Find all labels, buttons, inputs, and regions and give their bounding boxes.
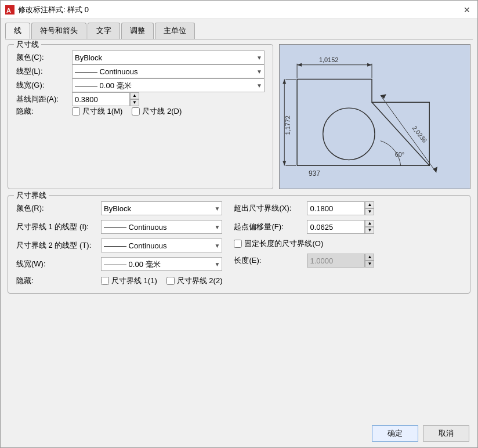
ext-hide-2-label: 尺寸界线 2(2) bbox=[177, 276, 223, 286]
ext-length-input[interactable] bbox=[307, 254, 365, 268]
ext-linetype2-select-wrapper: ——— Continuous ▼ bbox=[101, 239, 222, 252]
ext-line-content: 颜色(R): ByBlock ▼ 尺寸界线 1 的线型 (I): bbox=[16, 201, 462, 286]
ext-exceed-spinner-btns: ▲ ▼ bbox=[365, 201, 374, 215]
footer: 确定 取消 bbox=[1, 420, 477, 447]
dim-linewidth-select[interactable]: ——— 0.00 毫米 bbox=[72, 78, 265, 92]
ext-fixed-length-row: 固定长度的尺寸界线(O) bbox=[234, 239, 462, 249]
dim-hide-checkboxes: 尺寸线 1(M) 尺寸线 2(D) bbox=[72, 106, 182, 117]
ext-linewidth-row: 线宽(W): ——— 0.00 毫米 ▼ bbox=[16, 257, 222, 271]
ext-hide-checkboxes: 尺寸界线 1(1) 尺寸界线 2(2) bbox=[101, 276, 222, 286]
dim-line-section: 尺寸线 颜色(C): ByBlock ▼ 线型(L): bbox=[8, 44, 273, 189]
ext-hide-2-item: 尺寸界线 2(2) bbox=[166, 276, 223, 286]
dim-baseline-up-btn[interactable]: ▲ bbox=[130, 92, 139, 99]
ok-button[interactable]: 确定 bbox=[372, 425, 418, 442]
ext-linetype1-select-wrapper: ——— Continuous ▼ bbox=[101, 220, 222, 234]
svg-text:937: 937 bbox=[309, 169, 320, 178]
tab-text[interactable]: 文字 bbox=[88, 23, 120, 39]
ext-hide-row: 隐藏: 尺寸界线 1(1) 尺寸界线 2(2) bbox=[16, 276, 222, 286]
ext-fixed-length-checkbox[interactable] bbox=[234, 240, 242, 248]
ext-linewidth-label: 线宽(W): bbox=[16, 259, 97, 269]
ext-line-right: 超出尺寸界线(X): ▲ ▼ 起点偏移量(F): bbox=[234, 201, 462, 286]
ext-color-select-wrapper: ByBlock ▼ bbox=[101, 201, 222, 215]
ext-color-row: 颜色(R): ByBlock ▼ bbox=[16, 201, 222, 215]
ext-exceed-row: 超出尺寸界线(X): ▲ ▼ bbox=[234, 201, 462, 215]
ext-linetype1-row: 尺寸界线 1 的线型 (I): ——— Continuous ▼ bbox=[16, 220, 222, 234]
ext-length-label: 长度(E): bbox=[234, 255, 303, 266]
ext-offset-spinner-btns: ▲ ▼ bbox=[365, 220, 374, 234]
ext-line-left: 颜色(R): ByBlock ▼ 尺寸界线 1 的线型 (I): bbox=[16, 201, 222, 286]
title-bar-left: A 修改标注样式: 样式 0 bbox=[5, 5, 89, 15]
ext-line-title: 尺寸界线 bbox=[14, 190, 49, 201]
app-icon: A bbox=[5, 5, 15, 15]
dim-hide-1-label: 尺寸线 1(M) bbox=[82, 106, 122, 117]
preview-box: 1,0152 1,1772 2,0236 60° bbox=[279, 44, 470, 189]
ext-length-spinner-btns: ▲ ▼ bbox=[365, 254, 374, 268]
ext-hide-1-checkbox[interactable] bbox=[101, 277, 109, 285]
ext-length-up-btn[interactable]: ▲ bbox=[365, 254, 374, 261]
dim-linetype-row: 线型(L): ——— Continuous ▼ bbox=[16, 64, 265, 78]
ext-hide-1-item: 尺寸界线 1(1) bbox=[101, 276, 157, 286]
dim-linewidth-select-wrapper: ——— 0.00 毫米 ▼ bbox=[72, 78, 265, 92]
dim-baseline-row: 基线间距(A): ▲ ▼ bbox=[16, 92, 265, 106]
title-bar: A 修改标注样式: 样式 0 ✕ bbox=[1, 1, 477, 19]
ext-length-spinner: ▲ ▼ bbox=[307, 254, 374, 268]
ext-linetype2-label: 尺寸界线 2 的线型 (T): bbox=[16, 240, 97, 251]
dim-hide-row: 隐藏: 尺寸线 1(M) 尺寸线 2(D) bbox=[16, 106, 265, 117]
dim-hide-label: 隐藏: bbox=[16, 106, 68, 117]
ext-linetype1-select[interactable]: ——— Continuous bbox=[101, 220, 222, 234]
dim-baseline-label: 基线间距(A): bbox=[16, 94, 68, 104]
ext-length-row: 长度(E): ▲ ▼ bbox=[234, 254, 462, 268]
dim-baseline-spinner: ▲ ▼ bbox=[72, 92, 139, 106]
ext-offset-up-btn[interactable]: ▲ bbox=[365, 220, 374, 227]
ext-linetype2-row: 尺寸界线 2 的线型 (T): ——— Continuous ▼ bbox=[16, 239, 222, 252]
ext-exceed-input[interactable] bbox=[307, 201, 365, 215]
dim-color-select[interactable]: ByBlock bbox=[72, 50, 265, 64]
ext-linetype2-select[interactable]: ——— Continuous bbox=[101, 239, 222, 252]
tab-adjust[interactable]: 调整 bbox=[121, 23, 154, 39]
svg-text:60°: 60° bbox=[395, 151, 405, 158]
ext-line-section: 尺寸界线 颜色(R): ByBlock ▼ bbox=[8, 195, 470, 294]
cancel-button[interactable]: 取消 bbox=[423, 425, 469, 442]
svg-rect-2 bbox=[280, 45, 469, 189]
ext-offset-row: 起点偏移量(F): ▲ ▼ bbox=[234, 220, 462, 234]
dim-color-select-wrapper: ByBlock ▼ bbox=[72, 50, 265, 64]
tab-symbol-arrow[interactable]: 符号和箭头 bbox=[31, 23, 86, 39]
ext-length-down-btn[interactable]: ▼ bbox=[365, 261, 374, 268]
tab-bar: 线 符号和箭头 文字 调整 主单位 bbox=[1, 19, 477, 39]
ext-exceed-down-btn[interactable]: ▼ bbox=[365, 208, 374, 215]
close-button[interactable]: ✕ bbox=[461, 4, 473, 16]
dim-baseline-spinner-btns: ▲ ▼ bbox=[130, 92, 139, 106]
ext-linetype1-label: 尺寸界线 1 的线型 (I): bbox=[16, 222, 97, 232]
ext-fixed-length-item: 固定长度的尺寸界线(O) bbox=[234, 239, 323, 249]
window-title: 修改标注样式: 样式 0 bbox=[18, 5, 89, 15]
ext-linewidth-select-wrapper: ——— 0.00 毫米 ▼ bbox=[101, 257, 222, 271]
ext-exceed-label: 超出尺寸界线(X): bbox=[234, 203, 303, 214]
ext-hide-2-checkbox[interactable] bbox=[166, 277, 175, 285]
main-window: A 修改标注样式: 样式 0 ✕ 线 符号和箭头 文字 调整 主单位 尺寸线 颜… bbox=[0, 0, 478, 448]
dim-linewidth-row: 线宽(G): ——— 0.00 毫米 ▼ bbox=[16, 78, 265, 92]
tab-main-unit[interactable]: 主单位 bbox=[155, 23, 195, 39]
ext-fixed-length-label: 固定长度的尺寸界线(O) bbox=[244, 239, 323, 249]
ext-offset-input[interactable] bbox=[307, 220, 365, 234]
svg-text:A: A bbox=[6, 7, 11, 14]
ext-offset-down-btn[interactable]: ▼ bbox=[365, 227, 374, 234]
dim-baseline-input[interactable] bbox=[72, 92, 130, 106]
dim-line-title: 尺寸线 bbox=[14, 39, 41, 50]
dim-hide-1-checkbox[interactable] bbox=[72, 107, 80, 115]
top-section: 尺寸线 颜色(C): ByBlock ▼ 线型(L): bbox=[8, 44, 470, 189]
ext-linewidth-select[interactable]: ——— 0.00 毫米 bbox=[101, 257, 222, 271]
ext-offset-spinner: ▲ ▼ bbox=[307, 220, 374, 234]
dim-hide-2-checkbox[interactable] bbox=[132, 107, 140, 115]
ext-exceed-spinner: ▲ ▼ bbox=[307, 201, 374, 215]
dim-linetype-select[interactable]: ——— Continuous bbox=[72, 64, 265, 78]
ext-exceed-up-btn[interactable]: ▲ bbox=[365, 201, 374, 208]
dim-linetype-label: 线型(L): bbox=[16, 66, 68, 77]
svg-text:1,1772: 1,1772 bbox=[284, 115, 291, 135]
ext-color-select[interactable]: ByBlock bbox=[101, 201, 222, 215]
dim-hide-1-item: 尺寸线 1(M) bbox=[72, 106, 122, 117]
preview-svg: 1,0152 1,1772 2,0236 60° bbox=[280, 45, 470, 189]
dim-color-row: 颜色(C): ByBlock ▼ bbox=[16, 50, 265, 64]
ext-hide-1-label: 尺寸界线 1(1) bbox=[111, 276, 157, 286]
dim-baseline-down-btn[interactable]: ▼ bbox=[130, 99, 139, 106]
tab-line[interactable]: 线 bbox=[5, 23, 30, 39]
